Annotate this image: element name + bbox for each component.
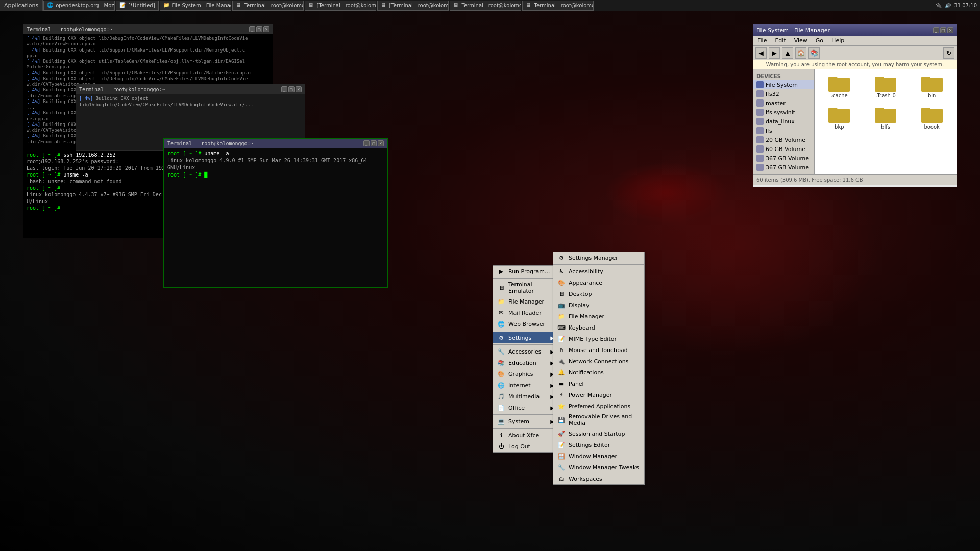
- menu-item-accessibility[interactable]: ♿ Accessibility: [553, 266, 644, 277]
- fm-reload-button[interactable]: ↻: [943, 47, 954, 59]
- menu-item-about-xfce[interactable]: ℹ About Xfce: [493, 430, 558, 441]
- menu-item-graphics[interactable]: 🎨 Graphics ▶: [493, 368, 558, 380]
- menu-item-display[interactable]: 📺 Display: [553, 299, 644, 311]
- menu-item-panel[interactable]: ▬ Panel: [553, 378, 644, 389]
- fm-close-button[interactable]: ×: [947, 27, 953, 33]
- list-item[interactable]: .cache: [818, 72, 861, 101]
- taskbar-btn-term4[interactable]: 🖥 Terminal - root@kolomon...: [450, 1, 521, 11]
- maximize-button[interactable]: □: [256, 26, 262, 32]
- menu-item-multimedia[interactable]: 🎵 Multimedia ▶: [493, 391, 558, 402]
- menu-item-window-manager[interactable]: 🪟 Window Manager: [553, 450, 644, 462]
- window-controls: _ □ ×: [249, 26, 270, 32]
- folder-icon: [828, 106, 850, 123]
- close-button[interactable]: ×: [263, 26, 270, 32]
- fm-home-button[interactable]: 🏠: [795, 47, 806, 59]
- taskbar-btn-term3[interactable]: 🖥 [Terminal - root@kolomo...: [377, 1, 449, 11]
- taskbar-btn-term5[interactable]: 🖥 Terminal - root@kolomon...: [522, 1, 594, 11]
- fm-up-button[interactable]: ▲: [782, 47, 793, 59]
- fm-menubar: File Edit View Go Help: [753, 36, 957, 46]
- list-item[interactable]: boook: [910, 104, 953, 132]
- taskbar-btn-term1[interactable]: 🖥 Terminal - root@kolomon...: [232, 1, 304, 11]
- menu-item-appearance[interactable]: 🎨 Appearance: [553, 277, 644, 288]
- fm-sidebar-lfs32[interactable]: lfs32: [753, 89, 814, 98]
- window-controls-3: _ □ ×: [363, 140, 384, 146]
- fm-sidebar-367gb-1[interactable]: 367 GB Volume: [753, 154, 814, 163]
- menu-item-session-startup[interactable]: 🚀 Session and Startup: [553, 428, 644, 439]
- menu-item-web-browser[interactable]: 🌐 Web Browser: [493, 318, 558, 330]
- folder-icon: [921, 106, 943, 123]
- menu-item-terminal-emulator[interactable]: 🖥 Terminal Emulator: [493, 280, 558, 296]
- menu-item-file-manager-settings[interactable]: 📁 File Manager: [553, 311, 644, 322]
- list-item[interactable]: .Trash-0: [864, 72, 908, 101]
- fm-sidebar-20gb[interactable]: 20 GB Volume: [753, 135, 814, 144]
- menu-item-keyboard[interactable]: ⌨ Keyboard: [553, 322, 644, 333]
- folder-icon: [921, 74, 943, 92]
- fm-sidebar-60gb[interactable]: 60 GB Volume: [753, 144, 814, 154]
- minimize-button-2[interactable]: _: [281, 86, 287, 92]
- build-line: [ 4%] Building CXX object lib/Support/CM…: [27, 70, 270, 76]
- browser-menu-icon: 🌐: [497, 320, 505, 328]
- taskbar-btn-opendesktop[interactable]: 🌐 opendesktop.org - Mozill...: [43, 1, 115, 11]
- menu-item-workspaces[interactable]: 🗂 Workspaces: [553, 473, 644, 484]
- menu-item-notifications[interactable]: 🔔 Notifications: [553, 367, 644, 378]
- fm-menu-go[interactable]: Go: [814, 37, 825, 44]
- fm-sidebar-filesystem[interactable]: File System: [753, 80, 814, 89]
- file-label: .Trash-0: [875, 93, 896, 98]
- menu-item-run-program[interactable]: ▶ Run Program...: [493, 266, 558, 277]
- network-tray-icon[interactable]: 🔌: [936, 3, 942, 8]
- menu-item-window-manager-tweaks[interactable]: 🔧 Window Manager Tweaks: [553, 462, 644, 473]
- list-item[interactable]: blfs: [864, 104, 908, 132]
- menu-item-power-manager[interactable]: ⚡ Power Manager: [553, 389, 644, 400]
- menu-item-internet[interactable]: 🌐 Internet ▶: [493, 380, 558, 391]
- fm-menu-file[interactable]: File: [755, 37, 769, 44]
- menu-item-education[interactable]: 📚 Education ▶: [493, 357, 558, 368]
- close-button-2[interactable]: ×: [296, 86, 302, 92]
- menu-item-accessories[interactable]: 🔧 Accessories ▶: [493, 346, 558, 357]
- fm-menu-help[interactable]: Help: [829, 37, 846, 44]
- fm-minimize-button[interactable]: _: [933, 27, 939, 33]
- maximize-button-2[interactable]: □: [288, 86, 295, 92]
- fm-maximize-button[interactable]: □: [940, 27, 946, 33]
- menu-item-settings-editor[interactable]: 📝 Settings Editor: [553, 439, 644, 450]
- fm-sidebar-datalinux[interactable]: data_linux: [753, 117, 814, 126]
- fm-sidebar-master[interactable]: master: [753, 98, 814, 108]
- menu-item-office[interactable]: 📄 Office ▶: [493, 402, 558, 413]
- preferred-apps-icon: ⭐: [557, 402, 566, 410]
- terminal-3-prompt-1: root [ ~ ]# uname -a: [167, 150, 384, 157]
- minimize-button[interactable]: _: [249, 26, 255, 32]
- graphics-icon: 🎨: [497, 370, 505, 378]
- taskbar-btn-filemanager[interactable]: 📁 File System - File Manager: [160, 1, 231, 11]
- menu-item-file-manager[interactable]: 📁 File Manager: [493, 296, 558, 307]
- menu-item-desktop[interactable]: 🖥 Desktop: [553, 288, 644, 299]
- file-label: bin: [928, 93, 936, 98]
- list-item[interactable]: bin: [910, 72, 953, 101]
- menu-item-preferred-applications[interactable]: ⭐ Preferred Applications: [553, 400, 644, 412]
- menu-item-removable-drives[interactable]: 💾 Removable Drives and Media: [553, 412, 644, 428]
- terminal-3-title: Terminal - root@kolomonggo:~: [167, 141, 254, 146]
- menu-item-system[interactable]: 💻 System ▶: [493, 416, 558, 427]
- menu-item-network-connections[interactable]: 🔌 Network Connections: [553, 356, 644, 367]
- volume-tray-icon[interactable]: 🔊: [945, 3, 951, 8]
- menu-item-settings-manager[interactable]: ⚙ Settings Manager: [553, 252, 644, 263]
- fm-forward-button[interactable]: ▶: [769, 47, 780, 59]
- fm-menu-view[interactable]: View: [792, 37, 810, 44]
- maximize-button-3[interactable]: □: [371, 140, 377, 146]
- fm-sidebar-367gb-2[interactable]: 367 GB Volume: [753, 163, 814, 172]
- applications-menu[interactable]: Applications: [0, 0, 43, 11]
- menu-item-mime-type-editor[interactable]: 📝 MIME Type Editor: [553, 333, 644, 344]
- list-item[interactable]: bkp: [818, 104, 861, 132]
- taskbar-btn-untitled[interactable]: 📝 [*Untitled]: [116, 1, 158, 11]
- fm-back-button[interactable]: ◀: [755, 47, 767, 59]
- fm-menu-edit[interactable]: Edit: [773, 37, 788, 44]
- terminal-3-prompt-2: root [ ~ ]# █: [167, 171, 384, 179]
- minimize-button-3[interactable]: _: [363, 140, 370, 146]
- menu-item-settings[interactable]: ⚙ Settings ▶: [493, 332, 558, 343]
- taskbar-btn-term2[interactable]: 🖥 [Terminal - root@kolomo...: [305, 1, 376, 11]
- close-button-3[interactable]: ×: [378, 140, 384, 146]
- menu-item-mouse-touchpad[interactable]: 🖱 Mouse and Touchpad: [553, 344, 644, 356]
- menu-item-mail-reader[interactable]: ✉ Mail Reader: [493, 307, 558, 318]
- fm-bookmarks-button[interactable]: 📚: [808, 47, 820, 59]
- menu-item-logout[interactable]: ⏻ Log Out: [493, 441, 558, 452]
- fm-sidebar-sysvinit[interactable]: lfs sysvinit: [753, 108, 814, 117]
- fm-sidebar-lfs[interactable]: lfs: [753, 126, 814, 135]
